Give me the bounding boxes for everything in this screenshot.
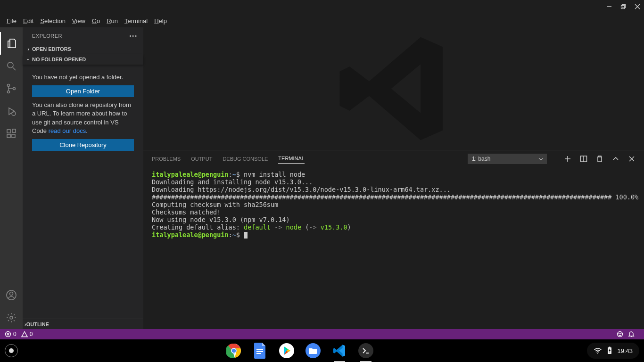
open-editors-section[interactable]: › OPEN EDITORS xyxy=(23,44,143,54)
svg-point-18 xyxy=(10,316,13,319)
os-taskbar: 19:43 xyxy=(0,339,644,362)
svg-rect-48 xyxy=(609,347,611,348)
svg-point-11 xyxy=(12,112,16,115)
tab-debug-console[interactable]: DEBUG CONSOLE xyxy=(223,154,268,164)
clock: 19:43 xyxy=(617,347,633,354)
explorer-sidebar: EXPLORER ••• › OPEN EDITORS › NO FOLDER … xyxy=(23,27,143,329)
status-errors[interactable]: 0 xyxy=(5,331,17,337)
tab-problems[interactable]: PROBLEMS xyxy=(152,154,181,164)
activity-bar xyxy=(0,27,23,329)
open-folder-button[interactable]: Open Folder xyxy=(32,85,134,97)
svg-point-7 xyxy=(8,84,10,87)
tab-terminal[interactable]: TERMINAL xyxy=(278,154,305,164)
chevron-down-icon: › xyxy=(25,56,31,63)
svg-rect-2 xyxy=(622,5,626,8)
outline-section[interactable]: › OUTLINE xyxy=(23,319,143,329)
play-store-app-icon[interactable] xyxy=(278,342,295,359)
svg-point-34 xyxy=(231,348,236,353)
svg-rect-15 xyxy=(12,129,16,132)
svg-point-30 xyxy=(619,333,619,334)
battery-icon xyxy=(607,346,612,355)
no-folder-section[interactable]: › NO FOLDER OPENED xyxy=(23,54,143,65)
wifi-icon xyxy=(594,346,602,355)
menu-run[interactable]: Run xyxy=(103,16,121,26)
kill-terminal-icon[interactable] xyxy=(596,155,603,163)
editor-area: PROBLEMS OUTPUT DEBUG CONSOLE TERMINAL 1… xyxy=(143,27,644,329)
clone-message: You can also clone a repository from a U… xyxy=(32,101,134,135)
svg-point-46 xyxy=(597,353,598,354)
chevron-right-icon: › xyxy=(25,46,32,52)
menu-edit[interactable]: Edit xyxy=(20,16,37,26)
launcher-icon[interactable] xyxy=(0,339,23,362)
vscode-app-icon[interactable] xyxy=(331,342,348,359)
close-icon[interactable] xyxy=(635,3,640,11)
files-app-icon[interactable] xyxy=(305,342,322,359)
tab-output[interactable]: OUTPUT xyxy=(191,154,212,164)
terminal-shell-select[interactable]: 1: bash xyxy=(468,154,547,164)
svg-rect-37 xyxy=(256,353,261,354)
vscode-watermark xyxy=(143,27,644,150)
search-icon[interactable] xyxy=(0,55,23,77)
menu-help[interactable]: Help xyxy=(151,16,170,26)
svg-marker-28 xyxy=(22,332,27,337)
svg-rect-1 xyxy=(621,6,625,9)
no-folder-message: You have not yet opened a folder. xyxy=(32,73,134,82)
menu-selection[interactable]: Selection xyxy=(37,16,68,26)
svg-point-29 xyxy=(618,332,623,337)
menu-view[interactable]: View xyxy=(69,16,89,26)
more-icon[interactable]: ••• xyxy=(129,33,138,39)
svg-line-6 xyxy=(13,67,16,70)
maximize-panel-icon[interactable] xyxy=(612,155,619,163)
menu-terminal[interactable]: Terminal xyxy=(121,16,151,26)
taskbar-separator xyxy=(384,344,384,357)
titlebar xyxy=(0,0,644,14)
feedback-icon[interactable] xyxy=(617,331,623,337)
docs-app-icon[interactable] xyxy=(252,342,269,359)
menu-file[interactable]: File xyxy=(3,16,20,26)
terminal-app-icon[interactable] xyxy=(357,342,374,359)
minimize-icon[interactable] xyxy=(606,3,612,11)
svg-rect-12 xyxy=(7,130,10,133)
status-warnings[interactable]: 0 xyxy=(21,331,33,337)
vscode-window: File Edit Selection View Go Run Terminal… xyxy=(0,0,644,339)
close-panel-icon[interactable] xyxy=(628,155,636,163)
notifications-icon[interactable] xyxy=(628,331,635,337)
maximize-icon[interactable] xyxy=(620,3,626,11)
settings-gear-icon[interactable] xyxy=(0,306,23,329)
account-icon[interactable] xyxy=(0,284,23,306)
clone-repository-button[interactable]: Clone Repository xyxy=(32,139,134,151)
terminal-cursor xyxy=(244,232,248,239)
svg-rect-35 xyxy=(256,349,263,350)
svg-point-5 xyxy=(8,62,13,68)
svg-rect-13 xyxy=(7,134,10,138)
explorer-icon[interactable] xyxy=(0,32,23,55)
new-terminal-icon[interactable] xyxy=(564,155,571,163)
split-terminal-icon[interactable] xyxy=(580,155,587,163)
chrome-app-icon[interactable] xyxy=(225,342,242,359)
svg-point-31 xyxy=(620,333,621,334)
svg-point-9 xyxy=(13,88,16,90)
terminal-content[interactable]: italypaleale@penguin:~$ nvm install node… xyxy=(143,167,644,329)
source-control-icon[interactable] xyxy=(0,77,23,100)
svg-point-8 xyxy=(8,91,10,93)
bottom-panel: PROBLEMS OUTPUT DEBUG CONSOLE TERMINAL 1… xyxy=(143,150,644,329)
status-bar: 0 0 xyxy=(0,329,644,339)
sidebar-title: EXPLORER xyxy=(32,33,62,39)
debug-icon[interactable] xyxy=(0,100,23,123)
menubar: File Edit Selection View Go Run Terminal… xyxy=(0,14,644,27)
svg-rect-36 xyxy=(256,351,263,352)
system-tray[interactable]: 19:43 xyxy=(587,343,639,359)
svg-rect-14 xyxy=(12,134,15,138)
svg-point-17 xyxy=(10,292,13,296)
read-docs-link[interactable]: read our docs xyxy=(49,127,86,134)
menu-go[interactable]: Go xyxy=(89,16,103,26)
extensions-icon[interactable] xyxy=(0,123,23,145)
